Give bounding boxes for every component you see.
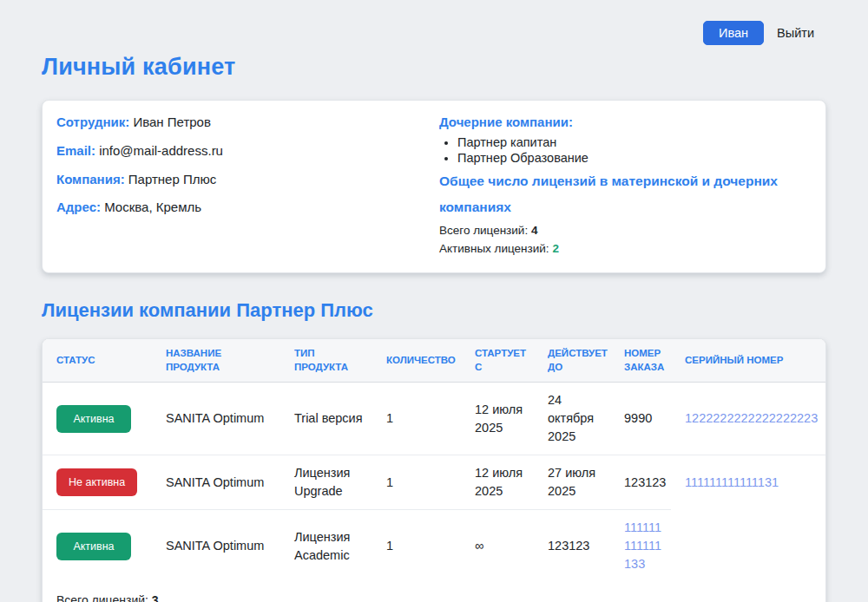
- serial-number-link[interactable]: 1222222222222222223: [685, 411, 818, 425]
- group-active-label: Активных лицензий:: [439, 242, 549, 255]
- profile-card: Сотрудник: Иван Петров Email: info@mail-…: [42, 100, 826, 273]
- table-footer: Всего лицензий: 3 Активных лицензий: 2: [43, 582, 825, 602]
- order-cell: 9990: [610, 383, 671, 455]
- group-active-value: 2: [552, 242, 559, 255]
- until-cell: 24 октября 2025: [534, 383, 610, 455]
- col-header-product: НАЗВАНИЕ ПРОДУКТА: [152, 339, 280, 383]
- profile-field-company: Компания: Партнер Плюс: [56, 172, 439, 188]
- group-total-line: Всего лицензий: 4: [439, 222, 812, 240]
- licenses-card: СТАТУС НАЗВАНИЕ ПРОДУКТА ТИП ПРОДУКТА КО…: [42, 338, 826, 602]
- order-cell: 123123: [534, 510, 610, 583]
- subsidiaries-list: Партнер капитан Партнер Образование: [439, 135, 812, 165]
- user-button[interactable]: Иван: [703, 21, 764, 45]
- table-row: Активна SANITA Optimum Trial версия 1 12…: [43, 383, 825, 455]
- main-container: Личный кабинет Сотрудник: Иван Петров Em…: [0, 0, 868, 602]
- type-cell: Лицензия Academic: [280, 510, 372, 583]
- table-row: Не активна SANITA Optimum Лицензия Upgra…: [43, 455, 825, 510]
- start-cell: 12 июля 2025: [461, 455, 534, 510]
- table-header: СТАТУС НАЗВАНИЕ ПРОДУКТА ТИП ПРОДУКТА КО…: [43, 339, 825, 383]
- product-cell: SANITA Optimum: [152, 510, 280, 583]
- subsidiary-item: Партнер Образование: [457, 151, 812, 165]
- until-cell: 27 июля 2025: [534, 455, 610, 510]
- col-header-until: ДЕЙСТВУЕТ ДО: [534, 339, 610, 383]
- table-row: Активна SANITA Optimum Лицензия Academic…: [43, 510, 825, 583]
- profile-field-employee: Сотрудник: Иван Петров: [56, 115, 439, 131]
- col-header-order: НОМЕР ЗАКАЗА: [610, 339, 671, 383]
- product-cell: SANITA Optimum: [152, 383, 280, 455]
- address-label: Адрес:: [56, 200, 101, 214]
- col-header-start: СТАРТУЕТ С: [461, 339, 534, 383]
- licenses-table: СТАТУС НАЗВАНИЕ ПРОДУКТА ТИП ПРОДУКТА КО…: [43, 339, 825, 582]
- company-label: Компания:: [56, 172, 125, 186]
- group-active-line: Активных лицензий: 2: [439, 240, 812, 258]
- quantity-cell: 1: [372, 510, 461, 583]
- employee-value: Иван Петров: [133, 115, 211, 129]
- email-label: Email:: [56, 143, 95, 158]
- col-header-serial: СЕРИЙНЫЙ НОМЕР: [671, 339, 825, 383]
- address-value: Москва, Кремль: [104, 200, 201, 214]
- logout-link[interactable]: Выйти: [777, 26, 814, 40]
- subsidiaries-block: Дочерние компании: Партнер капитан Партн…: [439, 113, 812, 258]
- start-cell: 12 июля 2025: [461, 383, 534, 455]
- col-header-status: СТАТУС: [43, 339, 152, 383]
- quantity-cell: 1: [372, 455, 461, 510]
- col-header-type: ТИП ПРОДУКТА: [280, 339, 372, 383]
- company-value: Партнер Плюс: [128, 172, 216, 186]
- order-cell: 123123: [610, 455, 671, 510]
- profile-field-email: Email: info@mail-address.ru: [56, 143, 439, 160]
- serial-number-link[interactable]: 111111111111131: [685, 475, 779, 489]
- status-badge: Не активна: [56, 468, 137, 496]
- licenses-total-value: 3: [152, 593, 159, 602]
- page-title: Личный кабинет: [42, 54, 826, 81]
- until-cell-infinity: ∞: [461, 510, 534, 583]
- topbar: Иван Выйти: [703, 21, 814, 45]
- status-badge: Активна: [56, 405, 131, 433]
- group-total-label: Всего лицензий:: [439, 224, 528, 237]
- col-header-quantity: КОЛИЧЕСТВО: [372, 339, 461, 383]
- type-cell: Лицензия Upgrade: [280, 455, 372, 510]
- profile-field-address: Адрес: Москва, Кремль: [56, 200, 439, 216]
- group-total-value: 4: [531, 224, 538, 237]
- serial-number-link[interactable]: 111111111111133: [624, 520, 661, 571]
- licenses-total-label: Всего лицензий:: [56, 593, 148, 602]
- subsidiary-item: Партнер капитан: [457, 135, 812, 149]
- quantity-cell: 1: [372, 383, 461, 455]
- product-cell: SANITA Optimum: [152, 455, 280, 510]
- subsidiaries-title: Дочерние компании:: [439, 115, 812, 129]
- licenses-section-title: Лицензии компании Партнер Плюс: [42, 299, 826, 322]
- group-totals-heading: Общее число лицензий в материнской и доч…: [439, 168, 812, 220]
- employee-label: Сотрудник:: [56, 115, 129, 129]
- type-cell: Trial версия: [280, 383, 372, 455]
- profile-fields: Сотрудник: Иван Петров Email: info@mail-…: [56, 113, 439, 258]
- licenses-total-line: Всего лицензий: 3: [56, 591, 812, 602]
- status-badge: Активна: [56, 533, 131, 560]
- email-value: info@mail-address.ru: [99, 143, 223, 158]
